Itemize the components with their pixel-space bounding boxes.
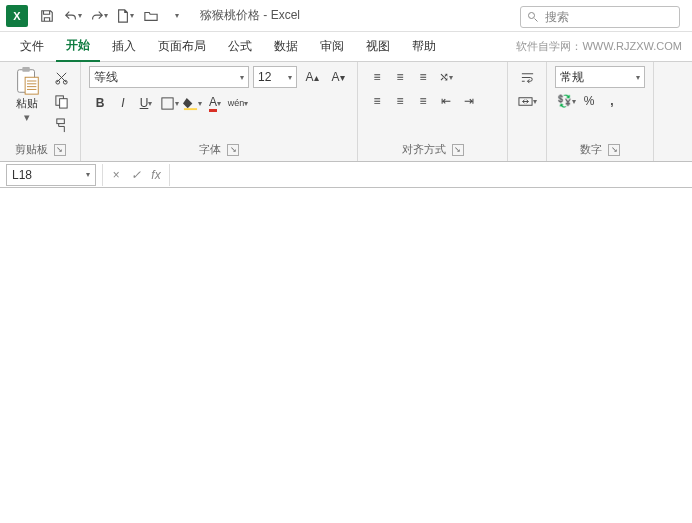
ribbon: 粘贴 ▾ 剪贴板↘ 等线▾ 12▾ A▴ A▾ B I U▾ ▾	[0, 62, 692, 162]
qat-customize-icon[interactable]: ▾	[165, 4, 189, 28]
format-painter-icon[interactable]	[50, 114, 72, 136]
font-name-select[interactable]: 等线▾	[89, 66, 249, 88]
font-launcher-icon[interactable]: ↘	[227, 144, 239, 156]
indent-decrease-icon[interactable]: ⇤	[435, 90, 457, 112]
excel-app-icon: X	[6, 5, 28, 27]
fx-insert-icon[interactable]: fx	[147, 168, 165, 182]
number-format-select[interactable]: 常规▾	[555, 66, 645, 88]
group-wrap: ▾	[508, 62, 547, 161]
bold-icon[interactable]: B	[89, 92, 111, 114]
align-middle-icon[interactable]: ≡	[389, 66, 411, 88]
tab-data[interactable]: 数据	[264, 32, 308, 61]
svg-point-0	[529, 13, 535, 19]
phonetic-icon[interactable]: wén▾	[227, 92, 249, 114]
indent-increase-icon[interactable]: ⇥	[458, 90, 480, 112]
tab-home[interactable]: 开始	[56, 31, 100, 62]
new-file-icon[interactable]: ▾	[113, 4, 137, 28]
wrap-text-icon[interactable]	[516, 66, 538, 88]
group-alignment: ≡ ≡ ≡ ⤭▾ ≡ ≡ ≡ ⇤ ⇥ 对齐方式↘	[358, 62, 508, 161]
tab-insert[interactable]: 插入	[102, 32, 146, 61]
window-title: 猕猴桃价格 - Excel	[200, 7, 300, 24]
align-center-icon[interactable]: ≡	[389, 90, 411, 112]
undo-icon[interactable]: ▾	[61, 4, 85, 28]
formula-bar: L18▾ × ✓ fx	[0, 162, 692, 188]
formula-input[interactable]	[170, 164, 692, 186]
tab-page-layout[interactable]: 页面布局	[148, 32, 216, 61]
comma-icon[interactable]: ,	[601, 90, 623, 112]
align-top-icon[interactable]: ≡	[366, 66, 388, 88]
save-icon[interactable]	[35, 4, 59, 28]
copy-icon[interactable]	[50, 90, 72, 112]
name-box[interactable]: L18▾	[6, 164, 96, 186]
percent-icon[interactable]: %	[578, 90, 600, 112]
svg-rect-9	[161, 97, 172, 108]
cut-icon[interactable]	[50, 66, 72, 88]
underline-icon[interactable]: U▾	[135, 92, 157, 114]
paste-button[interactable]: 粘贴 ▾	[8, 66, 46, 124]
tab-review[interactable]: 审阅	[310, 32, 354, 61]
svg-rect-7	[59, 98, 67, 107]
svg-rect-2	[22, 67, 30, 72]
fill-color-icon[interactable]: ▾	[181, 92, 203, 114]
search-input[interactable]: 搜索	[520, 6, 680, 28]
group-number: 常规▾ 💱▾ % , 数字↘	[547, 62, 654, 161]
decrease-font-icon[interactable]: A▾	[327, 66, 349, 88]
group-clipboard: 粘贴 ▾ 剪贴板↘	[0, 62, 81, 161]
svg-rect-10	[183, 108, 196, 110]
open-folder-icon[interactable]	[139, 4, 163, 28]
search-icon	[527, 11, 539, 23]
font-size-select[interactable]: 12▾	[253, 66, 297, 88]
watermark-text: 软件自学网：WWW.RJZXW.COM	[516, 39, 682, 54]
tab-formulas[interactable]: 公式	[218, 32, 262, 61]
border-icon[interactable]: ▾	[158, 92, 180, 114]
increase-font-icon[interactable]: A▴	[301, 66, 323, 88]
ribbon-tabs: 文件 开始 插入 页面布局 公式 数据 审阅 视图 帮助 软件自学网：WWW.R…	[0, 32, 692, 62]
title-bar: X ▾ ▾ ▾ ▾ 猕猴桃价格 - Excel 搜索	[0, 0, 692, 32]
orientation-icon[interactable]: ⤭▾	[435, 66, 457, 88]
fx-cancel-icon[interactable]: ×	[107, 168, 125, 182]
tab-file[interactable]: 文件	[10, 32, 54, 61]
align-launcher-icon[interactable]: ↘	[452, 144, 464, 156]
fx-confirm-icon[interactable]: ✓	[127, 168, 145, 182]
accounting-icon[interactable]: 💱▾	[555, 90, 577, 112]
tab-view[interactable]: 视图	[356, 32, 400, 61]
number-launcher-icon[interactable]: ↘	[608, 144, 620, 156]
redo-icon[interactable]: ▾	[87, 4, 111, 28]
italic-icon[interactable]: I	[112, 92, 134, 114]
tab-help[interactable]: 帮助	[402, 32, 446, 61]
group-font: 等线▾ 12▾ A▴ A▾ B I U▾ ▾ ▾ A▾ wén▾ 字体↘	[81, 62, 358, 161]
merge-cells-icon[interactable]: ▾	[516, 90, 538, 112]
font-color-icon[interactable]: A▾	[204, 92, 226, 114]
align-right-icon[interactable]: ≡	[412, 90, 434, 112]
align-bottom-icon[interactable]: ≡	[412, 66, 434, 88]
align-left-icon[interactable]: ≡	[366, 90, 388, 112]
svg-rect-8	[56, 118, 64, 123]
svg-rect-3	[25, 77, 38, 94]
clipboard-launcher-icon[interactable]: ↘	[54, 144, 66, 156]
